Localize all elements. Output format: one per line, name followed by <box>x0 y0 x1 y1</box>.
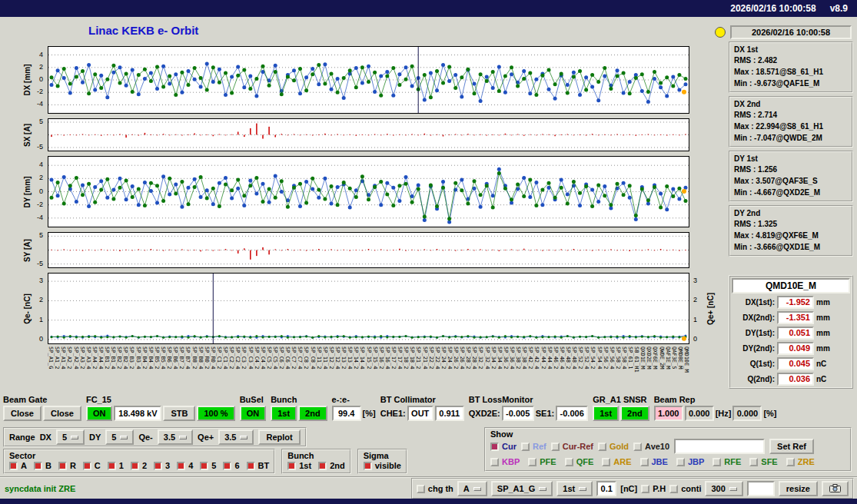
checkbox-show-pfe[interactable]: PFE <box>528 457 556 466</box>
group-label: GR_A1 SNSR <box>593 395 649 404</box>
group-label: Bunch <box>271 395 327 404</box>
checkbox-sector-5[interactable]: 5 <box>200 461 216 470</box>
checkbox-box-icon <box>131 462 139 470</box>
checkbox-sector-2[interactable]: 2 <box>131 461 147 470</box>
x-tick-label: SP_18_2 <box>403 346 408 370</box>
show-group-title: Show <box>490 429 513 439</box>
checkbox-conti-toggle[interactable]: conti <box>669 484 701 493</box>
dropdown-sector-select[interactable]: A <box>457 481 487 496</box>
stat-rms: RMS : 2.714 <box>734 109 848 121</box>
checkbox-box-icon <box>786 458 795 466</box>
dropdown-bunch-select[interactable]: 1st <box>556 481 593 496</box>
dropdown-range-dx[interactable]: 5 <box>56 429 85 445</box>
checkbox-show-ref[interactable]: Ref <box>521 442 546 451</box>
group-label: Bunch <box>287 451 344 460</box>
checkbox-sigma-visible[interactable]: visible <box>364 461 401 470</box>
titlebar: 2026/02/16 10:00:58 v8.9 <box>0 0 857 17</box>
checkbox-show-kbp[interactable]: KBP <box>490 457 520 466</box>
checkbox-sector-6[interactable]: 6 <box>223 461 239 470</box>
checkbox-sector-bt[interactable]: BT <box>247 461 270 470</box>
checkbox-sector-c[interactable]: C <box>83 461 101 470</box>
x-tick-label: SP_24_2 <box>440 346 446 370</box>
indicator-fc15-duty: 100 % <box>197 406 234 421</box>
checkbox-show-ave10[interactable]: Ave10 <box>633 442 669 451</box>
y-tick-label: 4 <box>39 161 43 168</box>
indicator-bunch-2nd[interactable]: 2nd <box>298 406 327 421</box>
checkbox-show-are[interactable]: ARE <box>602 457 631 466</box>
y-tick-label: 2 <box>39 63 43 71</box>
checkbox-show-rfe[interactable]: RFE <box>713 457 741 466</box>
checkbox-sector-b[interactable]: B <box>34 461 51 470</box>
checkbox-show-qfe[interactable]: QFE <box>565 457 594 466</box>
x-tick-label: SP_22_4 <box>434 346 440 370</box>
x-tick-label: SP_61_1 <box>627 346 633 370</box>
group-label: BT Collimator <box>380 395 464 404</box>
checkbox-show-cur[interactable]: Cur <box>490 442 517 451</box>
checkbox-box-icon <box>669 485 678 493</box>
x-tick-label: SP_44_4 <box>546 346 552 370</box>
checkbox-box-icon <box>640 458 649 466</box>
checkbox-show-jbp[interactable]: JBP <box>676 457 704 466</box>
checkbox-show-zre[interactable]: ZRE <box>786 457 815 466</box>
field-interval-entry[interactable] <box>747 481 775 496</box>
field-threshold-value[interactable]: 0.1 <box>596 481 616 496</box>
x-tick-label: SP_B7_2 <box>178 346 184 370</box>
group-label: FC_15 <box>86 395 235 404</box>
checkbox-ph-toggle[interactable]: P.H <box>641 484 666 493</box>
x-tick-label: SP_26_2 <box>453 346 458 370</box>
indicator-fc15-on[interactable]: ON <box>86 406 113 421</box>
plot-sx-area <box>48 118 689 151</box>
indicator-busel-on[interactable]: ON <box>240 406 267 421</box>
checkbox-show-sfe[interactable]: SFE <box>749 457 777 466</box>
indicator-bunch-1st[interactable]: 1st <box>271 406 297 421</box>
indicator-gr-a1-1st[interactable]: 1st <box>593 406 619 421</box>
checkbox-bunch-show-1st[interactable]: 1st <box>287 461 311 470</box>
checkbox-sector-a[interactable]: A <box>9 461 27 470</box>
checkbox-sector-r[interactable]: R <box>58 461 76 470</box>
button-resize[interactable]: resize <box>779 481 818 496</box>
checkbox-box-icon <box>83 462 91 470</box>
monitor-row: DY(2nd): 0.049 mm <box>732 342 850 355</box>
checkbox-chg-th[interactable]: chg th <box>417 484 453 493</box>
plot-dy-yaxis: DY [mm]420-2-4 <box>0 156 46 227</box>
monitor-row: DX(1st): -1.952 mm <box>732 296 850 309</box>
checkbox-show-jbe[interactable]: JBE <box>640 457 668 466</box>
checkbox-box-icon <box>633 443 642 451</box>
field-ref-file[interactable] <box>674 439 765 454</box>
stat-min: Min : -7.047@QWDE_2M <box>734 132 848 144</box>
x-tick-label: SP_16_2 <box>378 346 384 370</box>
button-beam-gate-close-1[interactable]: Close <box>3 406 42 421</box>
checkbox-sector-4[interactable]: 4 <box>177 461 193 470</box>
x-tick-label: SP_38_4 <box>521 346 526 370</box>
plot-qe-ylabel-right: Qe+ [nC] <box>706 293 715 325</box>
dropdown-range-qe-plus[interactable]: 3.5 <box>218 429 254 445</box>
plot-dx-yaxis: DX [mm]420-2-4 <box>0 46 46 114</box>
titlebar-version: v8.9 <box>830 3 848 14</box>
checkbox-show-gold[interactable]: Gold <box>598 442 629 451</box>
button-replot[interactable]: Replot <box>258 429 300 445</box>
checkbox-sector-3[interactable]: 3 <box>154 461 170 470</box>
button-snapshot[interactable] <box>822 481 849 496</box>
button-set-ref[interactable]: Set Ref <box>769 439 814 454</box>
x-tick-label: SP_A4_2 <box>91 346 97 370</box>
checkbox-box-icon <box>713 458 721 466</box>
sector-row: SectorABRC123456BTBunch1st2ndSigmavisibl… <box>3 449 407 474</box>
button-beam-gate-close-2[interactable]: Close <box>43 406 81 421</box>
dropdown-interval-select[interactable]: 300 <box>705 481 742 496</box>
indicator-gr-a1-2nd[interactable]: 2nd <box>620 406 649 421</box>
stat-title: DY 1st <box>734 154 848 164</box>
x-tick-label: SP_R0_4 <box>210 346 215 370</box>
button-fc15-stb[interactable]: STB <box>163 406 195 421</box>
checkbox-show-cur-ref[interactable]: Cur-Ref <box>551 442 593 451</box>
dropdown-device-select[interactable]: SP_A1_G <box>491 481 553 496</box>
group-bunch: Bunch1st2nd <box>271 395 327 421</box>
checkbox-bunch-show-2nd[interactable]: 2nd <box>318 461 345 470</box>
x-tick-label: SP_54_2 <box>590 346 595 370</box>
checkbox-box-icon <box>565 458 573 466</box>
dropdown-range-qe-minus[interactable]: 3.5 <box>158 429 193 445</box>
titlebar-datetime: 2026/02/16 10:00:58 <box>730 3 815 14</box>
plot-qe-area <box>48 273 689 344</box>
checkbox-sector-1[interactable]: 1 <box>108 461 124 470</box>
plot-sx: SX [A]5-5 <box>0 118 722 151</box>
dropdown-range-dy[interactable]: 5 <box>105 429 134 445</box>
